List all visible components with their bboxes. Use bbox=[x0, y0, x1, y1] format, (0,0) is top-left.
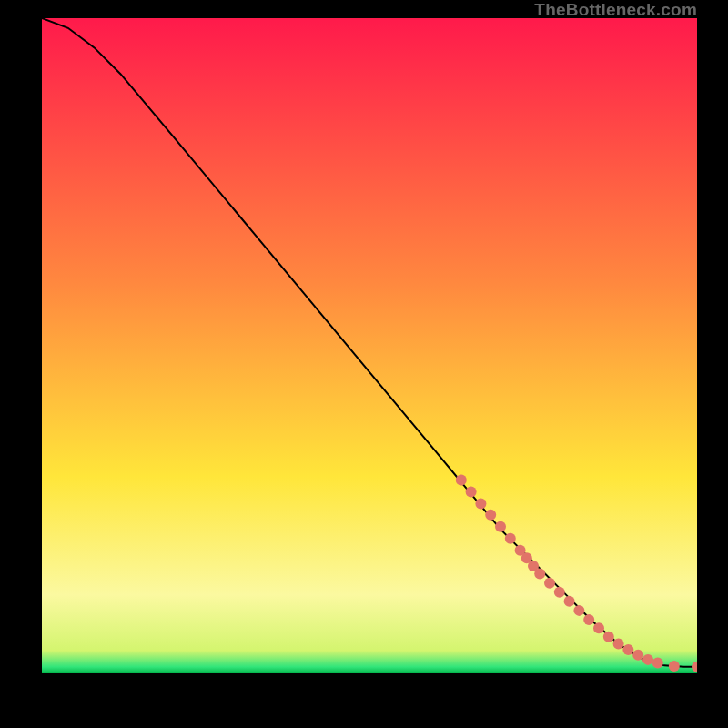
data-point bbox=[485, 510, 496, 521]
data-point bbox=[495, 521, 506, 532]
chart-svg bbox=[42, 18, 697, 673]
data-point bbox=[622, 644, 633, 655]
data-point bbox=[534, 569, 545, 580]
data-point bbox=[475, 499, 486, 510]
data-point bbox=[642, 654, 653, 665]
data-point bbox=[583, 614, 594, 625]
data-point bbox=[466, 487, 477, 498]
data-point bbox=[669, 661, 680, 672]
data-point bbox=[593, 622, 604, 633]
chart-background bbox=[42, 18, 697, 673]
data-point bbox=[456, 475, 467, 486]
data-point bbox=[554, 587, 565, 598]
data-point bbox=[505, 533, 516, 544]
chart-container: { "attribution": "TheBottleneck.com", "c… bbox=[0, 0, 728, 728]
attribution-text: TheBottleneck.com bbox=[534, 0, 697, 20]
data-point bbox=[544, 578, 555, 589]
data-point bbox=[573, 605, 584, 616]
data-point bbox=[564, 596, 575, 607]
data-point bbox=[632, 650, 643, 661]
data-point bbox=[613, 639, 624, 650]
data-point bbox=[603, 632, 614, 642]
data-point bbox=[652, 657, 663, 668]
plot-area bbox=[42, 18, 697, 673]
